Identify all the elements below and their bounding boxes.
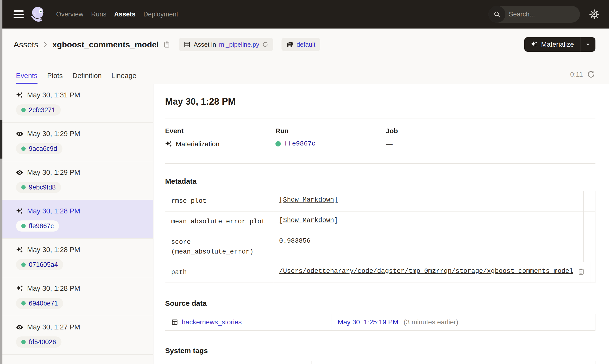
run-status-dot bbox=[21, 108, 26, 112]
run-pill[interactable]: 2cfc3271 bbox=[16, 104, 61, 116]
run-status-dot bbox=[276, 141, 281, 146]
tab-plots[interactable]: Plots bbox=[47, 72, 63, 84]
source-asset-link[interactable]: hackernews_stories bbox=[182, 318, 242, 326]
run-status-dot bbox=[21, 262, 26, 267]
run-pill[interactable]: 071605a4 bbox=[16, 259, 63, 270]
run-status-dot bbox=[21, 224, 26, 228]
run-id-link: 6940be71 bbox=[29, 300, 58, 307]
run-id-link: 9ebc9fd8 bbox=[29, 184, 56, 191]
chevron-right-icon bbox=[42, 41, 48, 48]
materialize-button[interactable]: Materialize bbox=[524, 37, 580, 52]
metadata-key: rmse plot bbox=[165, 191, 273, 211]
materialize-dropdown-button[interactable] bbox=[581, 37, 595, 52]
metadata-table: rmse plot [Show Markdown] mean_absolute_… bbox=[165, 191, 595, 283]
event-list-item[interactable]: May 30, 1:28 PM 071605a4 bbox=[2, 239, 153, 277]
source-data-table: hackernews_stories May 30, 1:25:19 PM (3… bbox=[165, 314, 595, 331]
run-status-dot bbox=[21, 185, 26, 190]
metadata-key: path bbox=[165, 262, 273, 283]
primary-nav: Overview Runs Assets Deployment bbox=[56, 11, 178, 18]
metadata-key: score (mean_absolute_error) bbox=[165, 232, 273, 262]
materialize-label: Materialize bbox=[541, 41, 574, 48]
job-label: Job bbox=[386, 127, 496, 135]
refresh-countdown: 0:11 bbox=[570, 71, 583, 78]
settings-gear-icon[interactable] bbox=[589, 9, 599, 19]
show-markdown-link[interactable]: [Show Markdown] bbox=[279, 196, 338, 204]
observation-icon bbox=[16, 324, 23, 331]
observation-icon bbox=[16, 130, 23, 138]
event-detail-title: May 30, 1:28 PM bbox=[165, 96, 595, 107]
search-icon bbox=[488, 6, 505, 23]
event-timestamp: May 30, 1:29 PM bbox=[27, 130, 80, 138]
event-detail-panel: May 30, 1:28 PM Event Materialization Ru… bbox=[153, 84, 609, 364]
event-list-item-selected[interactable]: May 30, 1:28 PM ffe9867c bbox=[2, 200, 153, 239]
dagster-logo[interactable] bbox=[30, 6, 47, 23]
asset-table-icon bbox=[183, 41, 191, 48]
metadata-row: path /Users/odetteharary/code/dagster/tm… bbox=[165, 262, 595, 283]
run-pill[interactable]: fd540026 bbox=[16, 337, 61, 348]
tab-events[interactable]: Events bbox=[16, 72, 38, 84]
pipeline-file-link[interactable]: ml_pipeline.py bbox=[219, 41, 259, 48]
menu-icon[interactable] bbox=[14, 10, 24, 18]
materialization-icon bbox=[16, 285, 23, 292]
source-relative-time: (3 minutes earlier) bbox=[404, 318, 458, 326]
materialization-icon bbox=[165, 141, 172, 148]
materialization-icon bbox=[16, 208, 23, 215]
event-list-item[interactable]: May 30, 1:27 PM fd540026 bbox=[2, 316, 153, 355]
run-id-link: 2cfc3271 bbox=[29, 106, 55, 114]
nav-overview[interactable]: Overview bbox=[56, 11, 83, 18]
run-id-link: 071605a4 bbox=[29, 261, 58, 269]
metadata-row: score (mean_absolute_error) 0.983856 bbox=[165, 232, 595, 262]
desktop-edge bbox=[0, 0, 2, 364]
metadata-heading: Metadata bbox=[165, 177, 595, 185]
run-status-dot bbox=[21, 301, 26, 306]
system-tag-value: ffe9867c-ec9c-4f06-939c-f8dc830c0962 bbox=[312, 361, 595, 364]
top-nav: Overview Runs Assets Deployment / bbox=[2, 0, 609, 28]
tab-definition[interactable]: Definition bbox=[72, 72, 102, 84]
event-list-item[interactable]: May 30, 1:29 PM 9aca6c9d bbox=[2, 123, 153, 161]
search-input[interactable] bbox=[505, 11, 580, 18]
show-markdown-link[interactable]: [Show Markdown] bbox=[279, 217, 338, 224]
event-list: May 30, 1:31 PM 2cfc3271 May 30, 1:29 PM bbox=[2, 84, 153, 364]
code-location-icon bbox=[286, 41, 294, 48]
run-id-link[interactable]: ffe9867c bbox=[284, 140, 316, 147]
nav-deployment[interactable]: Deployment bbox=[143, 11, 178, 18]
run-pill[interactable]: 6940be71 bbox=[16, 298, 63, 309]
asset-table-icon bbox=[171, 319, 178, 326]
materialization-icon bbox=[16, 91, 23, 99]
event-timestamp: May 30, 1:28 PM bbox=[27, 207, 80, 215]
auto-refresh-control: 0:11 bbox=[570, 70, 595, 84]
code-location-link[interactable]: default bbox=[296, 41, 315, 48]
event-timestamp: May 30, 1:31 PM bbox=[27, 91, 80, 99]
run-status-dot bbox=[21, 146, 26, 151]
reload-location-icon[interactable] bbox=[262, 41, 268, 48]
refresh-icon[interactable] bbox=[587, 70, 595, 79]
system-tag-row: code_version ffe9867c-ec9c-4f06-939c-f8d… bbox=[165, 361, 595, 364]
event-label: Event bbox=[165, 127, 276, 135]
divider bbox=[165, 118, 595, 118]
run-pill[interactable]: 9aca6c9d bbox=[16, 143, 62, 154]
event-timestamp: May 30, 1:27 PM bbox=[27, 323, 80, 331]
source-timestamp-link[interactable]: May 30, 1:25:19 PM bbox=[338, 318, 398, 326]
breadcrumb-assets-link[interactable]: Assets bbox=[14, 40, 38, 49]
asset-location-badge: Asset in ml_pipeline.py bbox=[179, 38, 273, 51]
run-pill[interactable]: 9ebc9fd8 bbox=[16, 182, 61, 193]
run-id-link: ffe9867c bbox=[29, 222, 54, 230]
path-link[interactable]: /Users/odetteharary/code/dagster/tmp_0mz… bbox=[279, 268, 573, 275]
run-id-link: 9aca6c9d bbox=[29, 145, 57, 153]
source-data-heading: Source data bbox=[165, 299, 595, 307]
search-box[interactable]: / bbox=[488, 6, 580, 23]
metadata-row: mean_absolute_error plot [Show Markdown] bbox=[165, 211, 595, 232]
nav-assets[interactable]: Assets bbox=[114, 11, 136, 18]
event-list-item[interactable]: May 30, 1:29 PM 9ebc9fd8 bbox=[2, 161, 153, 200]
event-list-item[interactable]: May 30, 1:31 PM 2cfc3271 bbox=[2, 84, 153, 123]
event-overview: Event Materialization Run ffe9867c bbox=[165, 127, 595, 148]
nav-runs[interactable]: Runs bbox=[91, 11, 107, 18]
event-list-item[interactable]: May 30, 1:28 PM 6940be71 bbox=[2, 277, 153, 316]
run-pill[interactable]: ffe9867c bbox=[16, 221, 59, 232]
asset-name-title: xgboost_comments_model bbox=[52, 40, 159, 49]
copy-path-icon[interactable] bbox=[578, 268, 585, 275]
copy-asset-name-icon[interactable] bbox=[163, 41, 170, 48]
page-header: Assets xgboost_comments_model Asset in m… bbox=[2, 28, 609, 60]
tab-lineage[interactable]: Lineage bbox=[111, 72, 136, 84]
run-status-dot bbox=[21, 340, 26, 344]
